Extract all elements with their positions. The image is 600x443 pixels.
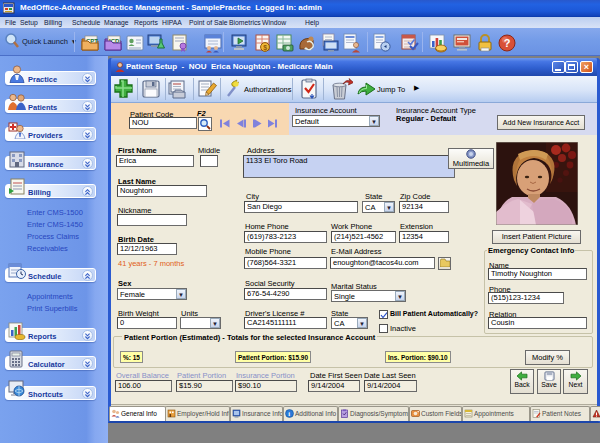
svg-text:?: ? [504, 37, 511, 49]
svg-text:i: i [288, 410, 290, 417]
svg-text:$: $ [263, 44, 267, 52]
